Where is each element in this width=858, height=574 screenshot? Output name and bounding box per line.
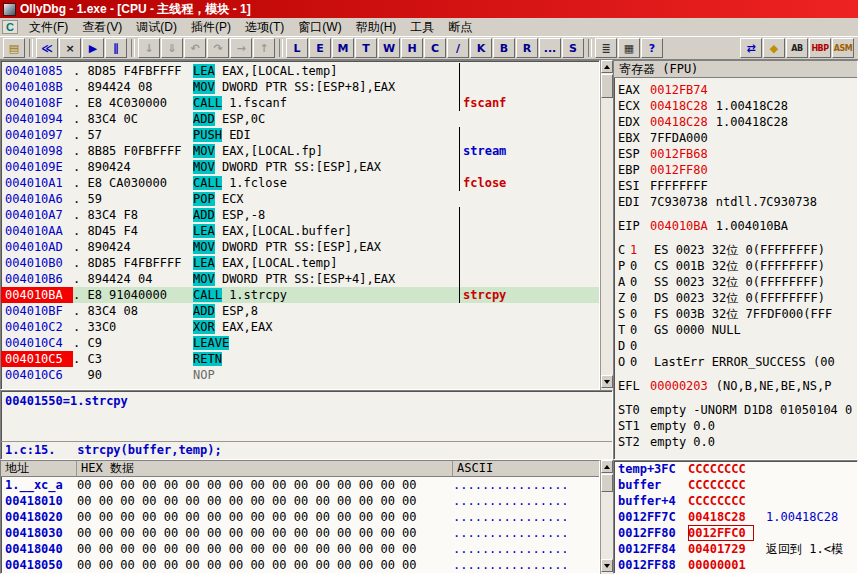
menu-item[interactable]: 查看(V) xyxy=(75,18,129,37)
breakpoints-window-button[interactable]: B xyxy=(493,38,515,58)
disasm-row[interactable]: 004010AD. 890424MOV DWORD PTR SS:[ESP],E… xyxy=(1,239,599,255)
register-line[interactable]: ST2empty 0.0 xyxy=(614,434,857,450)
disasm-row[interactable]: 004010C5. C3RETN xyxy=(1,351,599,367)
go-to-button[interactable]: ↑ xyxy=(253,38,275,58)
register-line[interactable]: S0FS 003B 32位 7FFDF000(FFF xyxy=(614,306,857,322)
disasm-row[interactable]: 004010A7. 83C4 F8ADD ESP,-8 xyxy=(1,207,599,223)
menu-item[interactable]: 选项(T) xyxy=(238,18,291,37)
disasm-row[interactable]: 004010BF. 83C4 08ADD ESP,8 xyxy=(1,303,599,319)
dump-hex-header[interactable]: HEX 数据 xyxy=(77,461,453,476)
step-over-button[interactable]: ⇓ xyxy=(161,38,183,58)
register-line[interactable]: EBX7FFDA000 xyxy=(614,130,857,146)
register-line[interactable]: A0SS 0023 32位 0(FFFFFFFF) xyxy=(614,274,857,290)
patches-window-button[interactable]: / xyxy=(447,38,469,58)
help-button[interactable]: ? xyxy=(641,38,663,58)
disasm-row[interactable]: 004010B0. 8D85 F4FBFFFFLEA EAX,[LOCAL.te… xyxy=(1,255,599,271)
register-line[interactable]: EIP004010BA1.004010BA xyxy=(614,218,857,234)
run-button[interactable]: ▶ xyxy=(82,38,104,58)
stack-row[interactable]: bufferCCCCCCCC xyxy=(614,477,857,493)
register-line[interactable]: ESIFFFFFFFF xyxy=(614,178,857,194)
pause-button[interactable]: ∥ xyxy=(105,38,127,58)
memory-window-button[interactable]: M xyxy=(332,38,354,58)
menu-item[interactable]: 窗口(W) xyxy=(291,18,348,37)
execute-till-return-button[interactable]: → xyxy=(230,38,252,58)
dump-row[interactable]: 0041803000 00 00 00 00 00 00 00 00 00 00… xyxy=(1,525,599,541)
disasm-row[interactable]: 004010AA. 8D45 F4LEA EAX,[LOCAL.buffer] xyxy=(1,223,599,239)
dump-row[interactable]: 1.__xc_a00 00 00 00 00 00 00 00 00 00 00… xyxy=(1,477,599,493)
animate-over-button[interactable]: ↷ xyxy=(207,38,229,58)
register-line[interactable]: P0CS 001B 32位 0(FFFFFFFF) xyxy=(614,258,857,274)
dump-address-header[interactable]: 地址 xyxy=(1,461,77,476)
disassembly-scrollbar[interactable] xyxy=(600,60,613,390)
register-line[interactable]: ST0empty -UNORM D1D8 01050104 0 xyxy=(614,402,857,418)
disasm-row[interactable]: 004010BA. E8 91040000CALL 1.strcpystrcpy xyxy=(1,287,599,303)
disasm-row[interactable]: 0040109E. 890424MOV DWORD PTR SS:[ESP],E… xyxy=(1,159,599,175)
stack-row[interactable]: temp+3FCCCCCCCCC xyxy=(614,461,857,477)
title-bar[interactable]: OllyDbg - 1.exe - [CPU - 主线程，模块 - 1] xyxy=(0,0,858,18)
disasm-row[interactable]: 0040108B. 894424 08MOV DWORD PTR SS:[ESP… xyxy=(1,79,599,95)
restart-button[interactable]: ≪ xyxy=(36,38,58,58)
register-line[interactable]: ECX00418C281.00418C28 xyxy=(614,98,857,114)
close-program-button[interactable]: × xyxy=(59,38,81,58)
menu-item[interactable]: 插件(P) xyxy=(184,18,238,37)
dump-row[interactable]: 0041805000 00 00 00 00 00 00 00 00 00 00… xyxy=(1,557,599,573)
menu-item[interactable]: 工具 xyxy=(403,18,441,37)
scroll-up-button[interactable] xyxy=(601,460,613,473)
register-line[interactable]: EDX00418C281.00418C28 xyxy=(614,114,857,130)
disasm-row[interactable]: 004010C4. C9LEAVE xyxy=(1,335,599,351)
menu-item[interactable]: 调试(D) xyxy=(129,18,184,37)
threads-window-button[interactable]: T xyxy=(355,38,377,58)
register-line[interactable]: EAX0012FB74 xyxy=(614,82,857,98)
dump-scrollbar[interactable] xyxy=(600,460,613,574)
disasm-row[interactable]: 00401094. 83C4 0CADD ESP,0C xyxy=(1,111,599,127)
register-line[interactable]: Z0DS 0023 32位 0(FFFFFFFF) xyxy=(614,290,857,306)
register-line[interactable]: T0GS 0000 NULL xyxy=(614,322,857,338)
plugin-gem-button[interactable]: ◆ xyxy=(763,38,785,58)
registers-header[interactable]: 寄存器 (FPU) xyxy=(614,61,857,78)
open-file-button[interactable]: ▤ xyxy=(3,38,25,58)
scroll-down-button[interactable] xyxy=(601,559,613,572)
dump-ascii-header[interactable]: ASCII xyxy=(453,461,599,476)
references-window-button[interactable]: R xyxy=(516,38,538,58)
scrollbar-thumb[interactable] xyxy=(601,474,613,492)
register-line[interactable]: ST1empty 0.0 xyxy=(614,418,857,434)
stack-row[interactable]: buffer+4CCCCCCCC xyxy=(614,493,857,509)
animate-into-button[interactable]: ↶ xyxy=(184,38,206,58)
register-line[interactable]: D0 xyxy=(614,338,857,354)
disasm-row[interactable]: 00401085. 8D85 F4FBFFFFLEA EAX,[LOCAL.te… xyxy=(1,63,599,79)
disasm-row[interactable]: 004010A1. E8 CA030000CALL 1.fclosefclose xyxy=(1,175,599,191)
source-window-button[interactable]: S xyxy=(562,38,584,58)
stack-row[interactable]: 0012FF800012FFC0 xyxy=(614,525,857,541)
disasm-row[interactable]: 004010C2. 33C0XOR EAX,EAX xyxy=(1,319,599,335)
asm-plugin-button[interactable]: ASM xyxy=(832,38,854,58)
windows-window-button[interactable]: W xyxy=(378,38,400,58)
run-trace-window-button[interactable]: ... xyxy=(539,38,561,58)
source-line[interactable]: 1.c:15. strcpy(buffer,temp); xyxy=(1,441,612,459)
cpu-window-button[interactable]: C xyxy=(424,38,446,58)
register-line[interactable]: EBP0012FF80 xyxy=(614,162,857,178)
scroll-up-button[interactable] xyxy=(601,60,613,73)
executables-window-button[interactable]: E xyxy=(309,38,331,58)
menu-item[interactable]: 断点 xyxy=(441,18,479,37)
disasm-row[interactable]: 004010C6 90NOP xyxy=(1,367,599,383)
register-line[interactable]: C1ES 0023 32位 0(FFFFFFFF) xyxy=(614,242,857,258)
disasm-row[interactable]: 004010B6. 894424 04MOV DWORD PTR SS:[ESP… xyxy=(1,271,599,287)
dump-row[interactable]: 0041801000 00 00 00 00 00 00 00 00 00 00… xyxy=(1,493,599,509)
scrollbar-thumb[interactable] xyxy=(601,74,613,98)
handles-window-button[interactable]: H xyxy=(401,38,423,58)
cpu-window-icon[interactable]: C xyxy=(2,20,18,34)
stack-row[interactable]: 0012FF8400401729返回到 1.<模 xyxy=(614,541,857,557)
scroll-down-button[interactable] xyxy=(601,375,613,388)
menu-item[interactable]: 帮助(H) xyxy=(349,18,404,37)
register-line[interactable]: EFL00000203(NO,B,NE,BE,NS,P xyxy=(614,378,857,394)
app-icon[interactable] xyxy=(3,3,16,16)
plugin-jump-button[interactable]: ⇄ xyxy=(740,38,762,58)
register-line[interactable]: ESP0012FB68 xyxy=(614,146,857,162)
appearance-button[interactable]: ▦ xyxy=(618,38,640,58)
menu-item[interactable]: 文件(F) xyxy=(22,18,75,37)
disasm-row[interactable]: 00401098. 8B85 F0FBFFFFMOV EAX,[LOCAL.fp… xyxy=(1,143,599,159)
plugin-ab-button[interactable]: AB xyxy=(786,38,808,58)
options-list-button[interactable]: ≣ xyxy=(595,38,617,58)
call-stack-window-button[interactable]: K xyxy=(470,38,492,58)
hardware-breakpoint-button[interactable]: HBP xyxy=(809,38,831,58)
